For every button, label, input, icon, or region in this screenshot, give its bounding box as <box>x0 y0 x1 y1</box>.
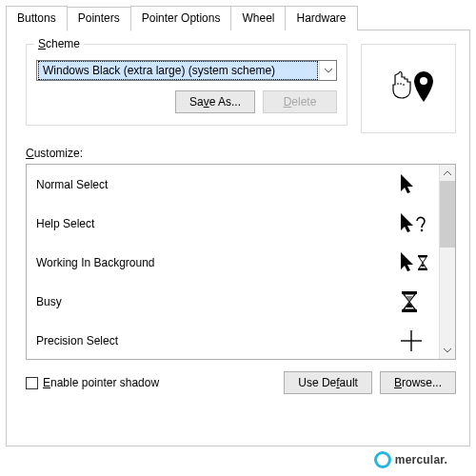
list-item-label: Busy <box>36 295 62 308</box>
list-item[interactable]: Help Select <box>27 204 439 243</box>
cursor-icon <box>401 174 427 195</box>
enable-shadow-label: Enable pointer shadow <box>43 376 159 389</box>
link-select-icon <box>378 64 439 113</box>
tab-hardware[interactable]: Hardware <box>285 6 357 30</box>
customize-listbox[interactable]: Normal Select Help Select Working In Bac… <box>26 164 456 360</box>
scheme-combobox[interactable]: Windows Black (extra large) (system sche… <box>36 60 337 81</box>
tab-strip: Buttons Pointers Pointer Options Wheel H… <box>6 6 470 30</box>
list-item[interactable]: Busy <box>27 282 439 321</box>
watermark-logo-icon <box>374 451 391 468</box>
tab-buttons[interactable]: Buttons <box>6 6 68 30</box>
list-item-label: Normal Select <box>36 178 108 191</box>
checkbox-icon <box>26 377 38 389</box>
tab-pointer-options[interactable]: Pointer Options <box>130 6 232 30</box>
scroll-thumb[interactable] <box>440 181 455 248</box>
tab-wheel[interactable]: Wheel <box>230 6 286 30</box>
customize-label: Customize: <box>26 147 456 160</box>
pointer-preview <box>361 44 456 133</box>
hourglass-icon <box>401 291 427 312</box>
scrollbar[interactable] <box>439 165 455 359</box>
list-item-label: Working In Background <box>36 256 155 269</box>
list-item[interactable]: Normal Select <box>27 165 439 204</box>
browse-button[interactable]: Browse... <box>380 371 456 394</box>
scroll-down-icon[interactable] <box>440 343 455 359</box>
cursor-hourglass-icon <box>401 252 427 273</box>
enable-shadow-checkbox[interactable]: Enable pointer shadow <box>26 376 159 389</box>
save-as-button[interactable]: Save As... <box>175 90 255 113</box>
delete-button: Delete <box>263 90 337 113</box>
tab-panel: Scheme Windows Black (extra large) (syst… <box>6 30 470 446</box>
svg-point-1 <box>421 228 424 231</box>
list-item-label: Help Select <box>36 217 94 230</box>
tab-pointers[interactable]: Pointers <box>67 7 131 31</box>
scheme-selected-value: Windows Black (extra large) (system sche… <box>38 61 318 80</box>
scroll-up-icon[interactable] <box>440 165 455 181</box>
watermark: mercular. <box>374 451 447 468</box>
scheme-legend: Scheme <box>34 37 84 50</box>
list-item[interactable]: Working In Background <box>27 243 439 282</box>
crosshair-icon <box>401 330 427 351</box>
list-item-label: Precision Select <box>36 334 118 347</box>
svg-point-0 <box>420 77 427 85</box>
list-item[interactable]: Precision Select <box>27 321 439 359</box>
scheme-group: Scheme Windows Black (extra large) (syst… <box>26 44 347 126</box>
use-default-button[interactable]: Use Default <box>284 371 372 394</box>
cursor-help-icon <box>401 213 427 234</box>
chevron-down-icon[interactable] <box>319 61 336 80</box>
watermark-text: mercular. <box>395 453 447 466</box>
